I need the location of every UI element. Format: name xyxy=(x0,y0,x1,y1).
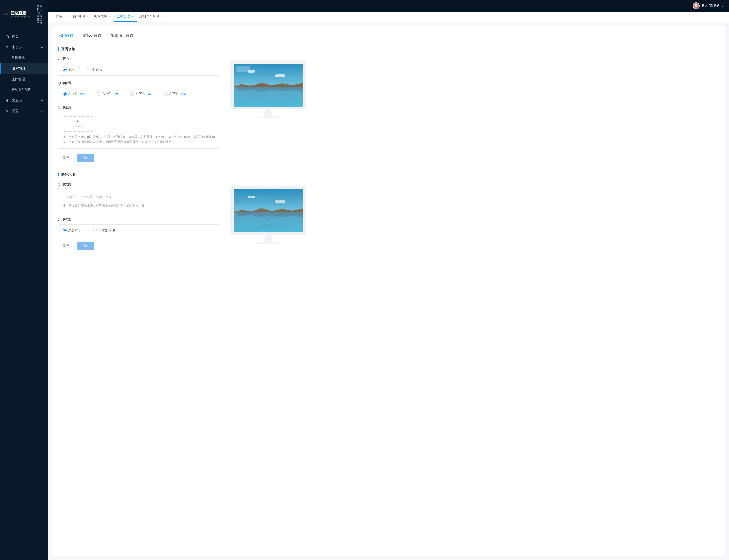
pos-icon xyxy=(181,93,186,95)
tab-courseware[interactable]: 课件管理× xyxy=(69,12,92,22)
radio-bottom-right[interactable]: 右下角 xyxy=(164,92,186,96)
upload-image[interactable]: + 上传图片 xyxy=(63,116,93,132)
logo-icon xyxy=(4,10,8,18)
section-title-live: 直播水印 xyxy=(58,47,220,51)
user-icon xyxy=(5,45,9,49)
reset-button[interactable]: 重置 xyxy=(58,154,74,162)
content-tab-watermark[interactable]: 水印设置 xyxy=(58,32,73,40)
radio-icon xyxy=(97,92,100,96)
radio-top-left[interactable]: 左上角 xyxy=(63,92,85,96)
radio-icon xyxy=(130,92,134,96)
logo-sub: yunduoketang.com xyxy=(10,15,30,18)
close-icon[interactable]: × xyxy=(109,15,112,18)
upload-hint: 注：水印只支持png格式图片，且必须为透明底。建议最佳图片尺寸：174*80，大… xyxy=(63,135,216,144)
label-image: 水印图片 xyxy=(58,105,220,110)
radio-icon xyxy=(93,229,97,232)
pos-icon xyxy=(80,93,85,95)
header: 机构管理员 xyxy=(48,0,729,12)
users-icon xyxy=(5,98,9,103)
radio-icon xyxy=(63,92,67,96)
svg-point-0 xyxy=(6,46,8,47)
preview-live xyxy=(230,60,306,118)
avatar xyxy=(693,2,700,9)
radio-icon xyxy=(164,92,168,96)
content-tab-sensitive[interactable]: 敏感词汇设置 xyxy=(111,32,133,40)
gear-icon xyxy=(5,109,9,113)
close-icon[interactable]: × xyxy=(64,15,67,18)
pos-icon xyxy=(114,93,118,95)
sidebar-item-small-class[interactable]: 小班课 xyxy=(0,42,48,53)
label-add: 水印添加 xyxy=(58,217,220,222)
sidebar-item-big-class[interactable]: 大班课 xyxy=(0,95,48,106)
sidebar-item-settings[interactable]: 设置 xyxy=(0,106,48,116)
svg-point-3 xyxy=(7,111,8,112)
radio-top-right[interactable]: 右上角 xyxy=(97,92,118,96)
radio-icon xyxy=(87,68,90,71)
radio-hide[interactable]: 不显示 xyxy=(87,67,102,72)
watermark-text-input[interactable] xyxy=(63,193,118,201)
radio-show[interactable]: 显示 xyxy=(63,67,75,72)
pos-icon xyxy=(148,93,152,95)
watermark-badge xyxy=(236,66,250,72)
svg-point-1 xyxy=(6,99,7,100)
preview-course: 直播水印样本 直播水印样本 直播水印样本 直播水印样本 直播水印样本 xyxy=(230,186,306,244)
save-button[interactable]: 保存 xyxy=(77,154,94,162)
label-text: 水印文案 xyxy=(58,182,220,187)
chevron-down-icon xyxy=(41,98,43,103)
label-position: 水印位置 xyxy=(58,81,220,85)
logo-main: 云朵直播 xyxy=(10,11,30,15)
chevron-down-icon xyxy=(41,109,43,113)
plus-icon: + xyxy=(76,119,79,124)
chevron-down-icon xyxy=(721,4,724,8)
svg-point-2 xyxy=(7,100,8,101)
sidebar: 云朵直播 yunduoketang.com 教育机构一站 式服务云平台 首页 小… xyxy=(0,0,48,560)
logo-area: 云朵直播 yunduoketang.com 教育机构一站 式服务云平台 xyxy=(0,0,48,29)
sidebar-item-home[interactable]: 首页 xyxy=(0,31,48,42)
home-icon xyxy=(5,35,9,39)
tab-recording[interactable]: 录制文件管理× xyxy=(137,12,166,22)
close-icon[interactable]: × xyxy=(86,15,89,18)
close-icon[interactable]: × xyxy=(160,15,163,18)
text-hint: 注：若设置为添加水印，对直播上传的课件和生成的回放生效 xyxy=(63,203,216,208)
label-display: 水印显示 xyxy=(58,56,220,61)
section-title-course: 课件水印 xyxy=(58,172,220,177)
sidebar-item-recording-mgmt[interactable]: 录制文件管理 xyxy=(0,85,48,95)
radio-icon xyxy=(63,229,67,232)
tab-global[interactable]: 全局管理× xyxy=(114,12,137,22)
tab-bar: 首页× 课件管理× 教室管理× 全局管理× 录制文件管理× xyxy=(48,12,729,22)
radio-add-watermark[interactable]: 添加水印 xyxy=(63,228,81,233)
tab-classroom[interactable]: 教室管理× xyxy=(92,12,114,22)
user-menu[interactable]: 机构管理员 xyxy=(693,2,724,9)
sidebar-item-data-overview[interactable]: 数据概览 xyxy=(0,53,48,63)
radio-no-watermark[interactable]: 不添加水印 xyxy=(93,228,115,233)
sidebar-item-classroom-mgmt[interactable]: 教室管理 xyxy=(0,63,48,74)
close-icon[interactable]: × xyxy=(131,15,134,18)
radio-icon xyxy=(63,68,67,71)
content-tab-marquee[interactable]: 跑马灯设置 xyxy=(83,32,102,40)
reset-button[interactable]: 重置 xyxy=(58,242,74,250)
chevron-up-icon xyxy=(41,45,43,49)
save-button[interactable]: 保存 xyxy=(77,242,94,250)
tab-home[interactable]: 首页× xyxy=(53,12,69,22)
sidebar-item-courseware-mgmt[interactable]: 课件管理 xyxy=(0,74,48,85)
radio-bottom-left[interactable]: 左下角 xyxy=(130,92,152,96)
